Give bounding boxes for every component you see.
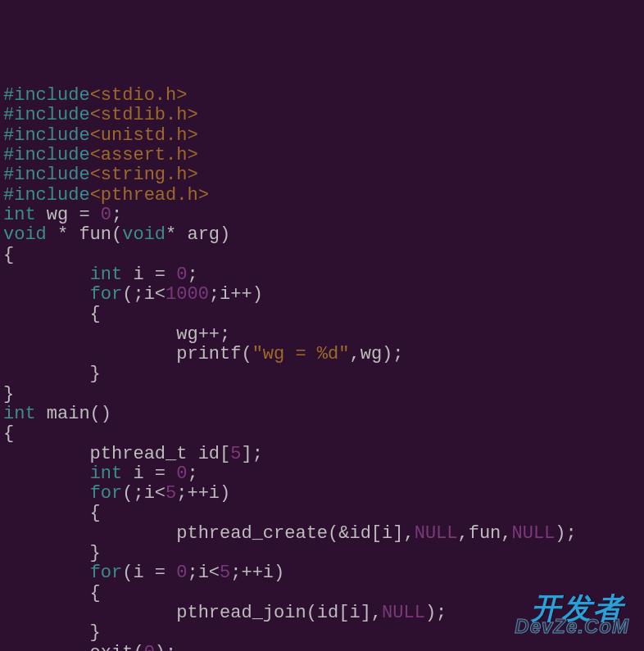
code-line: printf("wg = %d",wg); xyxy=(3,345,637,364)
code-token: exit( xyxy=(3,643,144,652)
code-token: pthread_t id[ xyxy=(3,444,230,464)
code-token: <stdlib.h> xyxy=(90,105,198,125)
code-token: for xyxy=(90,284,123,305)
code-token: } xyxy=(3,543,101,563)
code-token: NULL xyxy=(382,603,425,623)
code-line: pthread_create(&id[i],NULL,fun,NULL); xyxy=(3,524,637,544)
code-token: int xyxy=(90,264,123,285)
code-token: NULL xyxy=(415,523,458,544)
code-token: ,wg); xyxy=(349,344,403,364)
code-token: wg = xyxy=(36,205,101,225)
code-token: 0 xyxy=(101,205,111,225)
code-token: 5 xyxy=(166,483,176,504)
code-token: void xyxy=(3,224,47,245)
code-token: printf( xyxy=(3,344,252,364)
code-token xyxy=(3,284,90,305)
code-token: pthread_create(&id[i], xyxy=(3,523,415,544)
code-token: pthread_join(id[i], xyxy=(3,603,382,623)
code-token xyxy=(3,264,90,285)
code-token: 5 xyxy=(230,444,241,464)
code-line: #include<stdlib.h> xyxy=(3,106,637,125)
code-line: for(;i<1000;i++) xyxy=(3,285,637,305)
code-token: #include xyxy=(3,165,90,185)
code-token: ;i++) xyxy=(209,284,263,305)
code-line: } xyxy=(3,385,637,405)
code-line: for(i = 0;i<5;++i) xyxy=(3,563,637,583)
code-token: int xyxy=(90,463,123,484)
code-token: } xyxy=(3,384,14,405)
code-token: 0 xyxy=(176,563,187,583)
code-line: #include<pthread.h> xyxy=(3,186,637,206)
code-token: (i = xyxy=(122,563,176,583)
code-token: int xyxy=(3,205,36,225)
code-line: int wg = 0; xyxy=(3,206,637,225)
code-token: main() xyxy=(36,404,111,424)
code-token: * arg) xyxy=(166,224,230,245)
code-token: 0 xyxy=(176,264,187,285)
code-token: NULL xyxy=(512,523,556,544)
code-token: { xyxy=(3,304,101,324)
code-token: (;i< xyxy=(122,483,166,504)
code-token: ; xyxy=(111,205,122,225)
code-token: i = xyxy=(122,264,176,285)
code-token: int xyxy=(3,404,36,424)
code-line: void * fun(void* arg) xyxy=(3,225,637,245)
code-token: ;++i) xyxy=(230,563,284,583)
code-token: } xyxy=(3,622,101,643)
code-token: #include xyxy=(3,145,90,165)
code-token xyxy=(3,483,90,504)
code-token: 5 xyxy=(220,563,230,583)
code-line: wg++; xyxy=(3,325,637,345)
code-token: ,fun, xyxy=(458,523,512,544)
code-token: 1000 xyxy=(166,284,209,305)
code-token: #include xyxy=(3,125,90,146)
code-token: <pthread.h> xyxy=(90,185,209,206)
code-token: "wg = %d" xyxy=(252,344,350,364)
code-line: { xyxy=(3,504,637,523)
code-token: { xyxy=(3,245,14,265)
code-token: wg++; xyxy=(3,324,230,345)
code-token: <string.h> xyxy=(90,165,198,185)
code-line: #include<unistd.h> xyxy=(3,126,637,146)
code-line: } xyxy=(3,544,637,563)
code-token: for xyxy=(90,563,123,583)
code-line: int i = 0; xyxy=(3,464,637,484)
code-token: ; xyxy=(187,264,197,285)
code-line: exit(0); xyxy=(3,644,637,652)
code-token: ); xyxy=(155,643,176,652)
code-token: <stdio.h> xyxy=(90,85,188,106)
code-line: #include<assert.h> xyxy=(3,146,637,165)
code-line: for(;i<5;++i) xyxy=(3,484,637,504)
code-line: pthread_t id[5]; xyxy=(3,445,637,464)
code-token xyxy=(3,563,90,583)
code-token: ; xyxy=(187,463,197,484)
code-block: #include<stdio.h>#include<stdlib.h>#incl… xyxy=(3,86,637,651)
code-token: i = xyxy=(122,463,176,484)
code-token: void xyxy=(122,224,166,245)
code-line: int main() xyxy=(3,405,637,424)
code-line: #include<string.h> xyxy=(3,165,637,185)
code-token: { xyxy=(3,583,101,604)
code-line: } xyxy=(3,364,637,384)
code-token: <assert.h> xyxy=(90,145,198,165)
code-token: } xyxy=(3,364,101,384)
code-line: #include<stdio.h> xyxy=(3,86,637,106)
code-token xyxy=(3,463,90,484)
code-token: ;i< xyxy=(187,563,220,583)
code-token: { xyxy=(3,503,101,523)
code-token: for xyxy=(90,483,123,504)
code-token: ;++i) xyxy=(176,483,230,504)
watermark-text-2: DevZe.CoM xyxy=(515,617,629,636)
code-token: * fun( xyxy=(47,224,122,245)
code-token: #include xyxy=(3,185,90,206)
code-line: { xyxy=(3,305,637,324)
code-token: ); xyxy=(425,603,447,623)
code-token: #include xyxy=(3,105,90,125)
code-token: 0 xyxy=(176,463,187,484)
code-token: 0 xyxy=(144,643,155,652)
code-line: int i = 0; xyxy=(3,265,637,285)
code-line: { xyxy=(3,246,637,265)
code-token: <unistd.h> xyxy=(90,125,198,146)
code-token: #include xyxy=(3,85,90,106)
code-token: ); xyxy=(555,523,576,544)
